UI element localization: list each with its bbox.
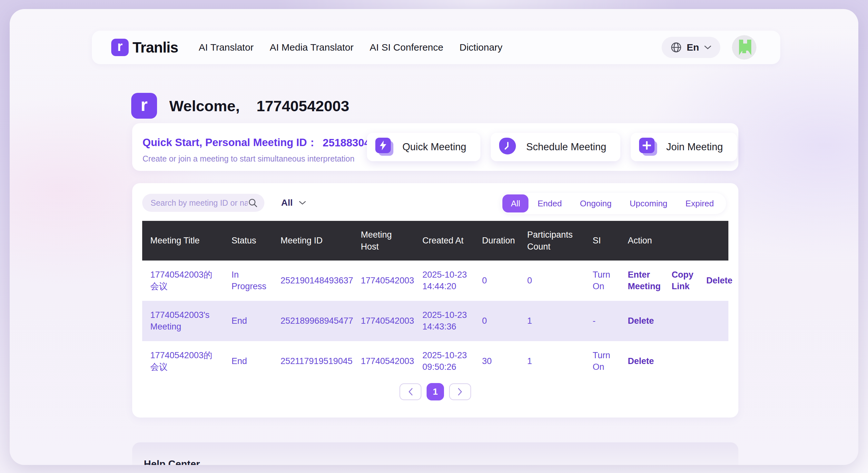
col-meeting-id: Meeting ID	[273, 221, 353, 260]
cell-actions: Delete	[620, 341, 728, 381]
table-row: 17740542003的会议 In Progress 2521901484936…	[142, 260, 728, 301]
cell-meeting-title: 17740542003的会议	[142, 341, 223, 381]
meeting-type-dropdown[interactable]: All	[281, 194, 306, 212]
cell-created-at: 2025-10-23 09:50:26	[414, 341, 474, 381]
cell-participants: 1	[519, 341, 585, 381]
welcome-greeting: Welcome,	[169, 97, 240, 115]
cell-si: -	[585, 301, 620, 341]
cell-duration: 0	[474, 301, 519, 341]
cell-meeting-title: 17740542003's Meeting	[142, 301, 223, 341]
delete-link[interactable]: Delete	[707, 275, 733, 286]
page-number-button[interactable]: 1	[427, 383, 444, 401]
welcome-logo-icon: r	[131, 93, 157, 119]
join-meeting-label: Join Meeting	[666, 141, 723, 153]
quick-start-card: Quick Start, Personal Meeting ID： 251883…	[132, 123, 738, 171]
prev-page-button[interactable]	[400, 383, 422, 400]
search-pill	[142, 194, 265, 212]
top-navbar: r Tranlis AI Translator AI Media Transla…	[92, 31, 780, 64]
tab-upcoming[interactable]: Upcoming	[621, 199, 677, 209]
cell-duration: 30	[474, 341, 519, 381]
tab-expired[interactable]: Expired	[677, 199, 723, 209]
nav-item-dictionary[interactable]: Dictionary	[460, 42, 502, 53]
cell-meeting-host: 17740542003	[353, 341, 414, 381]
lightning-chat-icon	[375, 138, 394, 156]
welcome-user-id: 17740542003	[257, 97, 349, 115]
cell-meeting-host: 17740542003	[353, 260, 414, 301]
copy-link-link[interactable]: Copy Link	[672, 269, 693, 292]
tab-all[interactable]: All	[502, 194, 528, 213]
join-meeting-button[interactable]: Join Meeting	[631, 133, 737, 161]
col-meeting-host: Meeting Host	[353, 221, 414, 260]
tab-ongoing[interactable]: Ongoing	[571, 199, 620, 209]
col-participants-count: Participants Count	[519, 221, 585, 260]
cell-meeting-host: 17740542003	[353, 301, 414, 341]
enter-meeting-link[interactable]: Enter Meeting	[628, 269, 659, 292]
cell-status: End	[223, 341, 273, 381]
cell-created-at: 2025-10-23 14:44:20	[414, 260, 474, 301]
welcome-header: r Welcome, 17740542003	[131, 92, 349, 119]
plus-square-icon	[639, 138, 658, 156]
schedule-meeting-label: Schedule Meeting	[526, 141, 606, 153]
cell-status: End	[223, 301, 273, 341]
table-row: 17740542003的会议 End 252117919519045 17740…	[142, 341, 728, 381]
cell-duration: 0	[474, 260, 519, 301]
logo-letter: r	[141, 96, 148, 114]
cell-meeting-title: 17740542003的会议	[142, 260, 223, 301]
pagination: 1	[132, 383, 738, 401]
language-selector[interactable]: En	[662, 37, 720, 58]
meeting-action-buttons: Quick Meeting Schedule Meeting	[367, 123, 737, 171]
brand-name: Tranlis	[132, 39, 178, 56]
meeting-type-value: All	[281, 198, 293, 208]
search-input[interactable]	[151, 198, 248, 208]
help-center-card: Help Center	[132, 442, 738, 465]
nav-item-ai-translator[interactable]: AI Translator	[198, 42, 253, 53]
delete-link[interactable]: Delete	[628, 355, 654, 367]
col-status: Status	[223, 221, 273, 260]
status-filter-tabs: All Ended Ongoing Upcoming Expired	[500, 193, 726, 214]
col-si: SI	[585, 221, 620, 260]
brand-logo[interactable]: r Tranlis	[111, 39, 178, 56]
search-icon[interactable]	[248, 198, 258, 208]
main-container: r Tranlis AI Translator AI Media Transla…	[10, 9, 858, 465]
cell-created-at: 2025-10-23 14:43:36	[414, 301, 474, 341]
meetings-card: All All Ended Ongoing Upcoming Expired M…	[132, 183, 738, 417]
help-center-title: Help Center	[144, 459, 200, 465]
quick-start-subtitle: Create or join a meeting to start simult…	[143, 154, 354, 163]
cell-meeting-id: 252190148493637	[273, 260, 353, 301]
cell-status: In Progress	[223, 260, 273, 301]
table-header-row: Meeting Title Status Meeting ID Meeting …	[142, 221, 728, 260]
schedule-meeting-button[interactable]: Schedule Meeting	[491, 133, 620, 161]
cell-participants: 0	[519, 260, 585, 301]
chevron-down-icon	[704, 44, 712, 50]
col-duration: Duration	[474, 221, 519, 260]
chevron-down-icon	[299, 200, 306, 206]
chevron-right-icon	[457, 387, 463, 396]
nav-item-ai-si-conference[interactable]: AI SI Conference	[370, 42, 443, 53]
table-row: 17740542003's Meeting End 25218996894547…	[142, 301, 728, 341]
col-meeting-title: Meeting Title	[142, 221, 223, 260]
quick-meeting-button[interactable]: Quick Meeting	[367, 133, 480, 161]
logo-letter: r	[117, 40, 123, 53]
cell-actions: Enter Meeting Copy Link Delete	[620, 260, 728, 301]
nav-item-ai-media-translator[interactable]: AI Media Translator	[270, 42, 353, 53]
avatar[interactable]	[732, 35, 756, 60]
col-action: Action	[620, 221, 728, 260]
clock-icon	[499, 138, 518, 156]
language-label: En	[687, 42, 699, 53]
cell-meeting-id: 252189968945477	[273, 301, 353, 341]
quick-start-title: Quick Start, Personal Meeting ID：	[143, 135, 318, 150]
nav-right: En	[662, 35, 767, 60]
chevron-left-icon	[408, 387, 413, 396]
si-toggle-link[interactable]: Turn On	[585, 341, 620, 381]
tab-ended[interactable]: Ended	[528, 199, 571, 209]
tranlis-logo-icon: r	[111, 39, 129, 56]
cell-meeting-id: 252117919519045	[273, 341, 353, 381]
globe-icon	[670, 41, 682, 54]
nav-links: AI Translator AI Media Translator AI SI …	[198, 42, 502, 53]
delete-link[interactable]: Delete	[628, 315, 654, 326]
col-created-at: Created At	[414, 221, 474, 260]
next-page-button[interactable]	[449, 383, 471, 400]
cell-participants: 1	[519, 301, 585, 341]
si-toggle-link[interactable]: Turn On	[585, 260, 620, 301]
meetings-table: Meeting Title Status Meeting ID Meeting …	[142, 221, 728, 381]
